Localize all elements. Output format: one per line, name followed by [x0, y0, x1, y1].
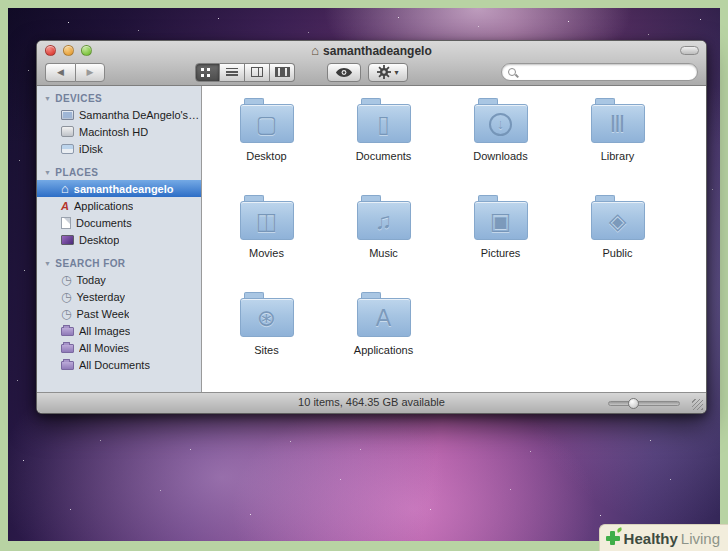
sidebar-header-places[interactable]: ▼PLACES: [37, 164, 201, 180]
folder-pictures[interactable]: ▣ Pictures: [442, 195, 559, 292]
smart-folder-icon: [61, 361, 74, 370]
sidebar-item-applications[interactable]: AApplications: [37, 197, 201, 214]
column-view-icon: [251, 67, 263, 77]
sidebar-header-search-for[interactable]: ▼SEARCH FOR: [37, 255, 201, 271]
window-title-text: samanthadeangelo: [323, 44, 432, 58]
slider-knob[interactable]: [628, 398, 639, 409]
documents-folder-icon: ▯: [357, 98, 411, 143]
search-icon: [508, 68, 516, 76]
hard-drive-icon: [61, 126, 74, 137]
healthy-living-watermark: Healthy Living: [599, 524, 728, 551]
library-folder-icon: Ⅲ: [591, 98, 645, 143]
applications-a-icon: A: [61, 200, 69, 212]
sidebar-section-devices: ▼DEVICES Samantha DeAngelo's M... Macint…: [37, 90, 201, 157]
quicklook-button[interactable]: [327, 63, 361, 82]
coverflow-view-icon: [275, 67, 290, 77]
folder-desktop[interactable]: ▢ Desktop: [208, 98, 325, 195]
desktop-folder-icon: ▢: [240, 98, 294, 143]
action-caret-icon: ▾: [394, 68, 398, 77]
clock-icon: ◷: [61, 291, 71, 303]
coverflow-view-button[interactable]: [270, 63, 295, 82]
sidebar-item-today[interactable]: ◷Today: [37, 271, 201, 288]
sidebar-item-all-movies[interactable]: All Movies: [37, 339, 201, 356]
folder-movies[interactable]: ◫ Movies: [208, 195, 325, 292]
public-folder-icon: ◈: [591, 195, 645, 240]
downloads-folder-icon: ↓: [474, 98, 528, 143]
sidebar-item-macintosh-hd[interactable]: Macintosh HD: [37, 123, 201, 140]
folder-public[interactable]: ◈ Public: [559, 195, 676, 292]
action-button[interactable]: ▾: [368, 63, 408, 82]
sidebar-section-search-for: ▼SEARCH FOR ◷Today ◷Yesterday ◷Past Week…: [37, 255, 201, 373]
sites-folder-icon: ⊛: [240, 292, 294, 337]
column-view-button[interactable]: [245, 63, 270, 82]
folder-sites[interactable]: ⊛ Sites: [208, 292, 325, 389]
applications-folder-icon: A: [357, 292, 411, 337]
clock-icon: ◷: [61, 308, 71, 320]
icon-view-icon: [201, 68, 204, 71]
smart-folder-icon: [61, 327, 74, 336]
back-button[interactable]: ◀: [45, 63, 75, 82]
smart-folder-icon: [61, 344, 74, 353]
navigation-buttons: ◀ ▶: [45, 63, 105, 82]
finder-window: ⌂samanthadeangelo ◀ ▶: [36, 40, 707, 414]
icon-size-slider[interactable]: [608, 401, 680, 406]
search-input[interactable]: [520, 66, 691, 78]
sidebar-section-places: ▼PLACES ⌂samanthadeangelo AApplications …: [37, 164, 201, 248]
window-title: ⌂samanthadeangelo: [37, 43, 706, 58]
disclosure-triangle-icon: ▼: [44, 95, 51, 102]
list-view-icon: [226, 68, 238, 76]
sidebar-item-computer[interactable]: Samantha DeAngelo's M...: [37, 106, 201, 123]
desktop-wallpaper: ⌂samanthadeangelo ◀ ▶: [8, 8, 720, 541]
forward-button[interactable]: ▶: [75, 63, 105, 82]
forward-arrow-icon: ▶: [87, 67, 94, 77]
folder-applications[interactable]: A Applications: [325, 292, 442, 389]
sidebar-item-yesterday[interactable]: ◷Yesterday: [37, 288, 201, 305]
clock-icon: ◷: [61, 274, 71, 286]
window-chrome: ⌂samanthadeangelo ◀ ▶: [37, 41, 706, 86]
sidebar-item-desktop[interactable]: Desktop: [37, 231, 201, 248]
watermark-bold-text: Healthy: [624, 530, 678, 547]
disclosure-triangle-icon: ▼: [44, 169, 51, 176]
file-icon-grid: ▢ Desktop ▯ Documents ↓ Downloads Ⅲ Libr…: [202, 86, 706, 392]
resize-grip-icon[interactable]: [692, 399, 703, 410]
sidebar-item-past-week[interactable]: ◷Past Week: [37, 305, 201, 322]
stars-decoration: [8, 8, 9, 9]
sidebar-item-all-documents[interactable]: All Documents: [37, 356, 201, 373]
status-text: 10 items, 464.35 GB available: [37, 396, 706, 408]
eye-icon: [335, 67, 353, 78]
view-switcher: [195, 63, 295, 82]
pictures-folder-icon: ▣: [474, 195, 528, 240]
idisk-icon: [61, 144, 74, 154]
disclosure-triangle-icon: ▼: [44, 260, 51, 267]
window-content: ▼DEVICES Samantha DeAngelo's M... Macint…: [37, 86, 706, 392]
home-icon: ⌂: [311, 43, 319, 58]
sidebar-item-all-images[interactable]: All Images: [37, 322, 201, 339]
folder-downloads[interactable]: ↓ Downloads: [442, 98, 559, 195]
watermark-light-text: Living: [681, 530, 720, 547]
folder-documents[interactable]: ▯ Documents: [325, 98, 442, 195]
home-icon: ⌂: [61, 182, 69, 195]
sidebar-header-devices[interactable]: ▼DEVICES: [37, 90, 201, 106]
icon-view-button[interactable]: [195, 63, 220, 82]
folder-music[interactable]: ♫ Music: [325, 195, 442, 292]
computer-icon: [61, 110, 74, 120]
movies-folder-icon: ◫: [240, 195, 294, 240]
music-folder-icon: ♫: [357, 195, 411, 240]
sidebar-item-idisk[interactable]: iDisk: [37, 140, 201, 157]
document-icon: [61, 217, 71, 229]
toolbar-toggle-button[interactable]: [680, 46, 699, 55]
sidebar: ▼DEVICES Samantha DeAngelo's M... Macint…: [37, 86, 202, 392]
list-view-button[interactable]: [220, 63, 245, 82]
folder-library[interactable]: Ⅲ Library: [559, 98, 676, 195]
slider-track: [608, 401, 680, 406]
desktop-picture-icon: [61, 235, 74, 245]
gear-icon: [377, 65, 391, 79]
status-bar: 10 items, 464.35 GB available: [37, 392, 706, 413]
leaf-icon: [616, 527, 622, 532]
sidebar-item-documents[interactable]: Documents: [37, 214, 201, 231]
sidebar-item-home[interactable]: ⌂samanthadeangelo: [37, 180, 201, 197]
back-arrow-icon: ◀: [57, 67, 64, 77]
search-field[interactable]: [501, 63, 698, 81]
toolbar: ◀ ▶ ▾: [37, 59, 706, 85]
title-bar[interactable]: ⌂samanthadeangelo: [37, 41, 706, 59]
